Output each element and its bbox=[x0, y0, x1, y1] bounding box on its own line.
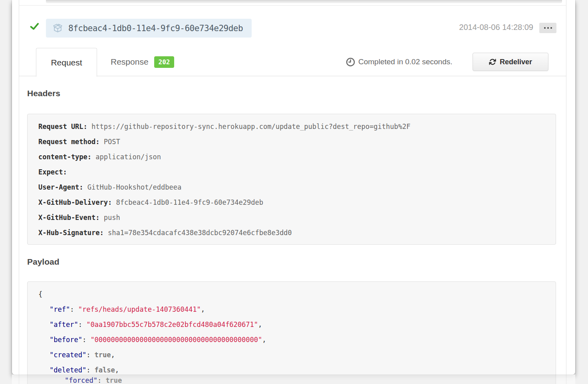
tab-response-label: Response bbox=[111, 57, 149, 67]
delivery-top-border bbox=[19, 5, 566, 6]
payload-line: "deleted": false, bbox=[38, 362, 545, 374]
header-row: Request method: POST bbox=[38, 134, 545, 149]
tabs-underline bbox=[19, 76, 566, 76]
header-row: User-Agent: GitHub-Hookshot/eddbeea bbox=[38, 180, 545, 195]
payload-line: "after": "0aa1907bbc55c7b578c2e02bfcd480… bbox=[38, 317, 545, 332]
payload-clipped-line: "forced": true bbox=[65, 376, 122, 384]
tab-response[interactable]: Response 202 bbox=[111, 48, 174, 76]
check-icon bbox=[29, 21, 40, 32]
more-options-button[interactable] bbox=[539, 23, 556, 33]
webhook-delivery-page: 8fcbeac4-1db0-11e4-9fc9-60e734e29deb 201… bbox=[0, 0, 588, 384]
tab-request-label: Request bbox=[51, 58, 82, 67]
list-left-border bbox=[19, 0, 19, 374]
sync-icon bbox=[489, 58, 496, 65]
headers-box: Request URL: https://github-repository-s… bbox=[27, 114, 556, 245]
previous-delivery-edge bbox=[46, 0, 562, 3]
completed-text: Completed in 0.02 seconds. bbox=[358, 57, 453, 66]
page-continuation: "forced": true bbox=[12, 374, 575, 384]
delivery-detail-panel: 8fcbeac4-1db0-11e4-9fc9-60e734e29deb 201… bbox=[12, 0, 575, 374]
package-icon bbox=[52, 23, 63, 34]
payload-line: "before": "00000000000000000000000000000… bbox=[38, 332, 545, 347]
kebab-horizontal-icon bbox=[544, 27, 552, 29]
header-row: Request URL: https://github-repository-s… bbox=[38, 119, 545, 134]
header-row: Expect: bbox=[38, 164, 545, 180]
tab-request[interactable]: Request bbox=[36, 48, 97, 77]
header-row: X-GitHub-Delivery: 8fcbeac4-1db0-11e4-9f… bbox=[38, 195, 545, 210]
delivery-timestamp: 2014-08-06 14:28:09 bbox=[459, 23, 533, 32]
delivery-guid-badge[interactable]: 8fcbeac4-1db0-11e4-9fc9-60e734e29deb bbox=[46, 19, 252, 38]
list-right-border bbox=[566, 0, 566, 374]
redeliver-button[interactable]: Redeliver bbox=[473, 53, 548, 71]
header-row: X-Hub-Signature: sha1=78e354cdacafc438e3… bbox=[38, 225, 545, 240]
completed-status: Completed in 0.02 seconds. bbox=[346, 52, 453, 71]
payload-line: "created": true, bbox=[38, 347, 545, 362]
headers-title: Headers bbox=[27, 89, 60, 98]
payload-line: "ref": "refs/heads/update-1407360441", bbox=[38, 302, 545, 317]
response-status-badge: 202 bbox=[154, 56, 175, 68]
list-left-border-cont bbox=[19, 374, 19, 384]
list-right-border-cont bbox=[566, 374, 566, 384]
delivery-guid: 8fcbeac4-1db0-11e4-9fc9-60e734e29deb bbox=[68, 24, 243, 33]
clock-icon bbox=[346, 57, 355, 67]
payload-box-continuation: "forced": true bbox=[27, 374, 556, 384]
header-row: X-GitHub-Event: push bbox=[38, 210, 545, 225]
payload-line: { bbox=[38, 287, 545, 302]
redeliver-label: Redeliver bbox=[500, 58, 532, 66]
header-row: content-type: application/json bbox=[38, 149, 545, 164]
payload-title: Payload bbox=[27, 257, 60, 267]
payload-box: {"ref": "refs/heads/update-1407360441","… bbox=[27, 281, 556, 374]
